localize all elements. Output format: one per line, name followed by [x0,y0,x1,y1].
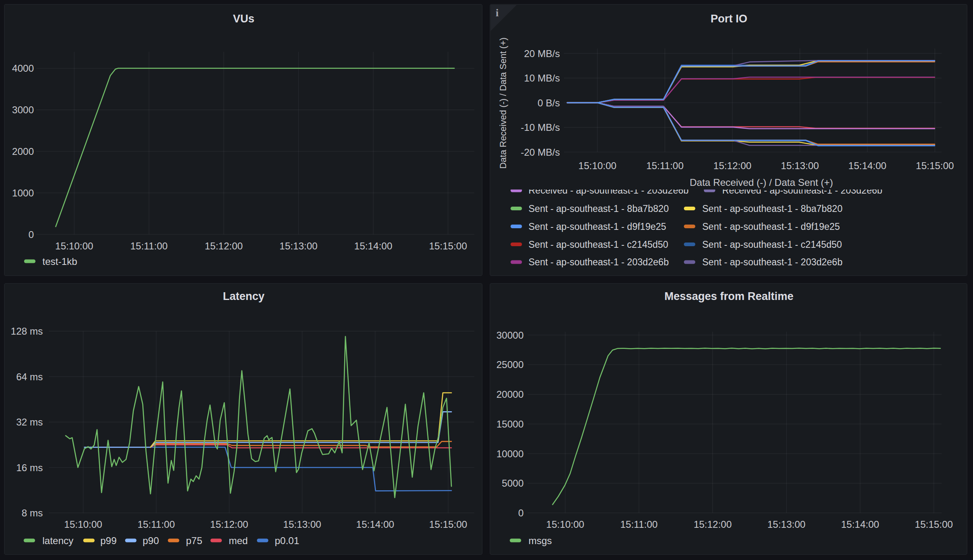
svg-text:Sent - ap-southeast-1 - d9f19e: Sent - ap-southeast-1 - d9f19e25 [702,221,840,232]
svg-text:15:14:00: 15:14:00 [841,519,879,530]
svg-text:15:13:00: 15:13:00 [781,160,819,171]
svg-text:15:11:00: 15:11:00 [130,240,168,251]
svg-text:Sent - ap-southeast-1 - c2145d: Sent - ap-southeast-1 - c2145d50 [529,239,668,250]
svg-text:128 ms: 128 ms [11,326,43,337]
svg-text:0: 0 [29,229,34,240]
svg-text:15:10:00: 15:10:00 [578,160,616,171]
svg-text:15:13:00: 15:13:00 [279,240,317,251]
svg-text:latency: latency [42,535,73,546]
svg-text:msgs: msgs [529,535,552,546]
svg-text:1000: 1000 [12,187,34,198]
svg-text:-20 MB/s: -20 MB/s [521,147,560,158]
svg-text:p90: p90 [143,535,159,546]
svg-text:15:15:00: 15:15:00 [429,240,467,251]
svg-text:-10 MB/s: -10 MB/s [521,122,560,133]
svg-text:Messages from Realtime: Messages from Realtime [664,290,794,302]
svg-text:15:13:00: 15:13:00 [283,519,321,530]
svg-text:15:11:00: 15:11:00 [137,519,175,530]
svg-text:15:15:00: 15:15:00 [429,519,467,530]
svg-text:Sent - ap-southeast-1 - 203d2e: Sent - ap-southeast-1 - 203d2e6b [529,257,669,267]
svg-text:Sent - ap-southeast-1 - c2145d: Sent - ap-southeast-1 - c2145d50 [702,239,842,250]
svg-text:15:12:00: 15:12:00 [210,519,248,530]
svg-text:Data Received (-) / Data Sent: Data Received (-) / Data Sent (+) [690,177,833,188]
svg-text:0: 0 [518,507,524,518]
svg-text:Port IO: Port IO [710,13,747,25]
svg-text:5000: 5000 [502,478,524,489]
svg-text:15:10:00: 15:10:00 [55,240,93,251]
svg-text:10000: 10000 [496,448,524,459]
svg-text:15:15:00: 15:15:00 [916,160,954,171]
svg-text:15:14:00: 15:14:00 [354,240,392,251]
svg-text:15000: 15000 [496,419,524,430]
svg-text:Sent - ap-southeast-1 - d9f19e: Sent - ap-southeast-1 - d9f19e25 [529,221,666,232]
svg-text:Received - ap-southeast-1 - 20: Received - ap-southeast-1 - 203d2e6b [529,185,689,196]
svg-text:Sent - ap-southeast-1 - 8ba7b8: Sent - ap-southeast-1 - 8ba7b820 [702,203,843,214]
svg-text:Data Received (-) / Data Sent: Data Received (-) / Data Sent (+) [498,37,508,169]
svg-text:15:15:00: 15:15:00 [915,519,953,530]
svg-text:15:11:00: 15:11:00 [646,160,684,171]
svg-text:0 B/s: 0 B/s [537,97,560,108]
svg-text:2000: 2000 [12,146,34,157]
svg-text:15:12:00: 15:12:00 [713,160,751,171]
svg-text:VUs: VUs [233,13,254,25]
svg-text:10 MB/s: 10 MB/s [524,73,560,84]
svg-text:30000: 30000 [496,330,524,341]
svg-text:15:10:00: 15:10:00 [546,519,584,530]
svg-text:Latency: Latency [223,290,264,302]
svg-text:i: i [495,7,498,19]
svg-text:15:12:00: 15:12:00 [694,519,732,530]
svg-text:8 ms: 8 ms [22,507,43,518]
svg-text:20000: 20000 [496,389,524,400]
svg-text:15:13:00: 15:13:00 [767,519,805,530]
svg-text:test-1kb: test-1kb [42,256,77,267]
svg-text:p99: p99 [100,535,117,546]
svg-text:15:11:00: 15:11:00 [620,519,658,530]
svg-text:16 ms: 16 ms [16,462,43,473]
svg-text:32 ms: 32 ms [16,417,43,428]
svg-text:p75: p75 [186,535,202,546]
svg-text:4000: 4000 [12,63,34,74]
svg-text:25000: 25000 [496,359,524,370]
svg-text:Sent - ap-southeast-1 - 8ba7b8: Sent - ap-southeast-1 - 8ba7b820 [529,203,669,214]
svg-text:Sent - ap-southeast-1 - 203d2e: Sent - ap-southeast-1 - 203d2e6b [702,257,843,267]
svg-text:15:14:00: 15:14:00 [356,519,394,530]
svg-text:3000: 3000 [12,104,34,115]
svg-text:p0.01: p0.01 [275,535,299,546]
svg-text:20 MB/s: 20 MB/s [524,48,560,59]
svg-text:med: med [229,535,248,546]
svg-text:64 ms: 64 ms [16,371,43,382]
svg-text:15:10:00: 15:10:00 [64,519,102,530]
svg-text:15:14:00: 15:14:00 [848,160,886,171]
svg-text:15:12:00: 15:12:00 [205,240,243,251]
